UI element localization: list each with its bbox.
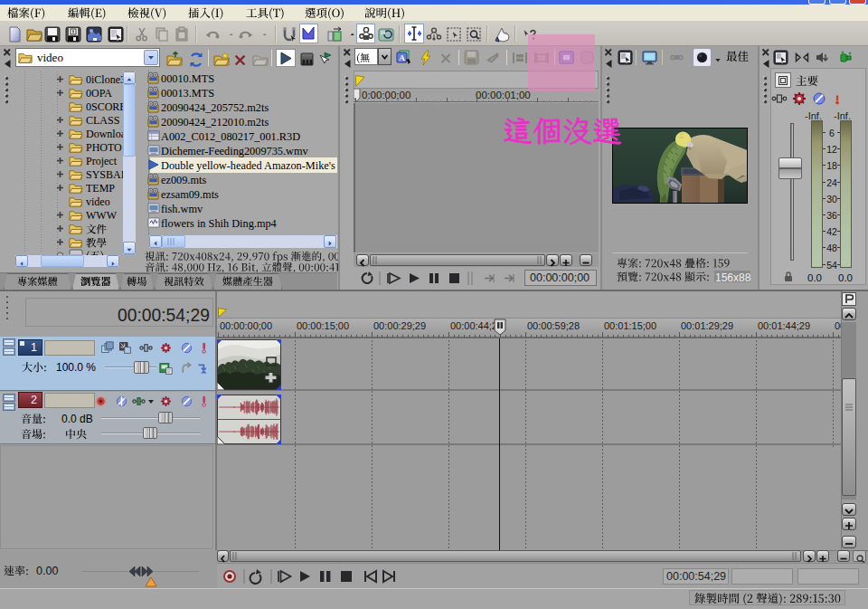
svg-text:A: A: [399, 53, 405, 62]
